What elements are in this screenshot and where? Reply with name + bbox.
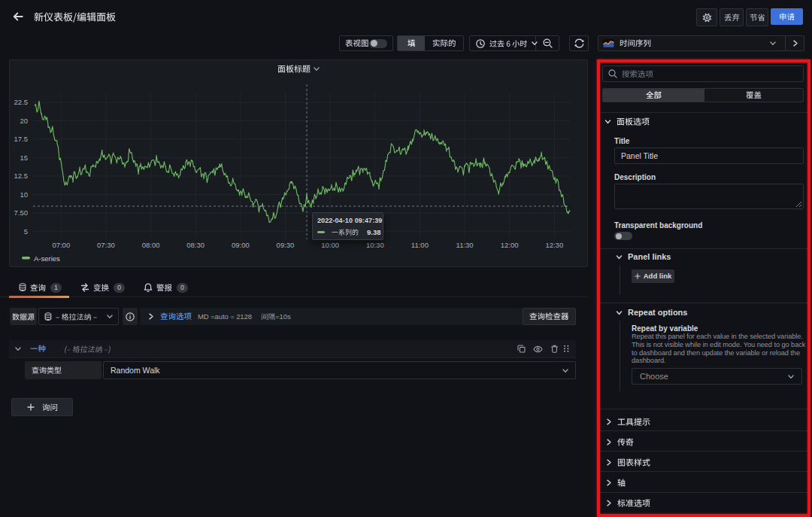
svg-text:A-series: A-series bbox=[34, 254, 60, 263]
svg-text:7.50: 7.50 bbox=[14, 208, 29, 217]
svg-text:20: 20 bbox=[20, 117, 28, 125]
svg-text:12:30: 12:30 bbox=[545, 241, 563, 249]
svg-text:15: 15 bbox=[20, 154, 28, 162]
svg-text:12.5: 12.5 bbox=[14, 172, 29, 180]
svg-text:11:30: 11:30 bbox=[456, 241, 474, 249]
svg-text:09:00: 09:00 bbox=[232, 241, 250, 249]
svg-text:10: 10 bbox=[20, 190, 28, 199]
svg-text:10:00: 10:00 bbox=[321, 241, 339, 249]
svg-text:09:30: 09:30 bbox=[277, 241, 295, 249]
svg-text:07:00: 07:00 bbox=[52, 241, 70, 249]
svg-text:22.5: 22.5 bbox=[14, 98, 29, 106]
svg-text:5: 5 bbox=[24, 227, 28, 236]
svg-text:11:00: 11:00 bbox=[411, 241, 429, 249]
svg-text:17.5: 17.5 bbox=[14, 135, 29, 143]
svg-text:07:30: 07:30 bbox=[97, 241, 115, 249]
svg-text:12:00: 12:00 bbox=[501, 241, 519, 249]
svg-text:08:30: 08:30 bbox=[186, 241, 205, 249]
svg-text:08:00: 08:00 bbox=[142, 241, 160, 249]
svg-text:10:30: 10:30 bbox=[366, 241, 384, 249]
